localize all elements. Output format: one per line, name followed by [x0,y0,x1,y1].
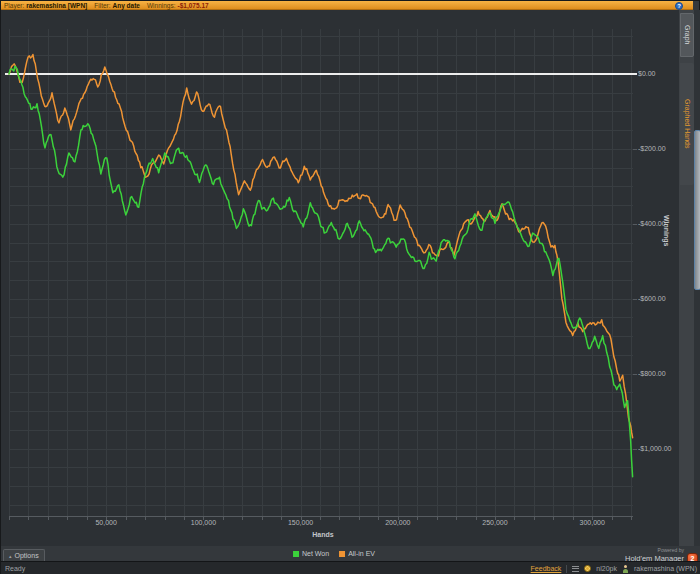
y-tick-label: -$1,000.00 [638,445,671,452]
legend-label: Net Won [302,550,329,557]
legend-label: All-in EV [348,550,375,557]
scrollbar-track[interactable] [694,10,700,546]
x-tick-label: 50,000 [95,519,116,526]
y-tick-label: -$200.00 [638,145,666,152]
user-icon [622,565,629,573]
graph-footer: ▴ Options Net WonAll-in EV Powered by Ho… [1,546,700,561]
tab-graphed-hands[interactable]: Graphed Hands [680,63,694,185]
feedback-link[interactable]: Feedback [531,565,562,572]
player-label: Player: [4,1,24,10]
x-axis-title: Hands [312,531,333,538]
winnings-label: Winnings: [147,1,176,10]
y-tick-label: -$800.00 [638,370,666,377]
legend-item: All-in EV [339,550,375,557]
graph-info-bar: Player: rakemashina [WPN] Filter: Any da… [1,1,693,10]
y-tick-label: -$600.00 [638,295,666,302]
scrollbar-thumb[interactable] [694,130,700,290]
separator [566,565,567,573]
x-tick-label: 100,000 [191,519,216,526]
x-tick-label: 200,000 [385,519,410,526]
hem2-window: Player: rakemashina [WPN] Filter: Any da… [0,0,700,574]
legend-swatch-icon [339,551,345,557]
help-icon[interactable]: ? [675,2,683,10]
options-button-label: Options [15,552,39,559]
y-axis-title: Winnings [663,215,670,327]
list-icon [572,566,579,572]
account-label: rakemashina (WPN) [634,565,697,572]
x-tick-label: 150,000 [288,519,313,526]
x-tick-label: 250,000 [482,519,507,526]
stakes-chip-icon [584,565,591,572]
status-bar: Ready Feedback nl20pk rakemashina (WPN) [1,561,700,574]
status-text: Ready [5,565,25,572]
x-tick-label: 300,000 [580,519,605,526]
legend-item: Net Won [293,550,329,557]
stakes-label: nl20pk [596,565,617,572]
expand-arrow-icon: ▴ [9,553,12,559]
chart-panel: $0.00-$200.00-$400.00-$600.00-$800.00-$1… [1,10,679,548]
winnings-graph [1,10,679,548]
chart-legend: Net WonAll-in EV [293,550,375,557]
winnings-value: -$1,075.17 [178,1,209,10]
y-tick-label: -$400.00 [638,220,666,227]
filter-label: Filter: [94,1,110,10]
filter-value: Any date [113,1,140,10]
tab-graph[interactable]: Graph [680,13,694,57]
y-tick-label: $0.00 [638,70,656,77]
player-value: rakemashina [WPN] [26,1,87,10]
right-tab-strip: Graph Graphed Hands [679,10,700,546]
legend-swatch-icon [293,551,299,557]
options-button[interactable]: ▴ Options [3,549,45,561]
